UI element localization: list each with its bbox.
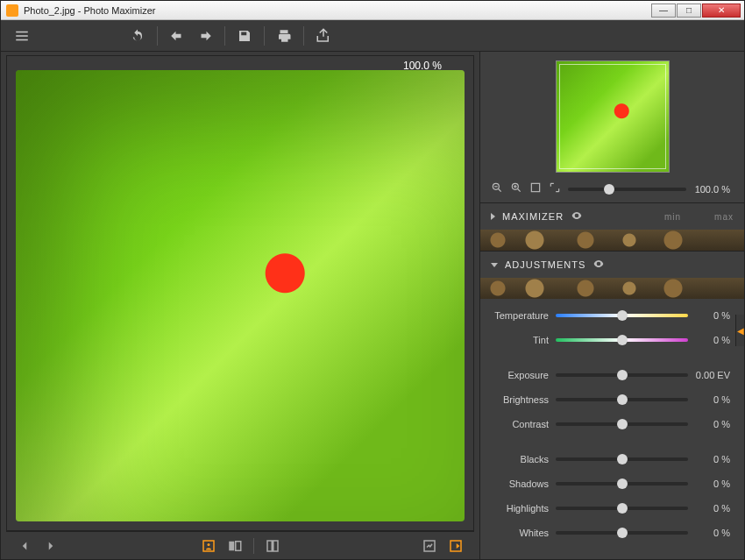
exposure-value: 0.00 EV (688, 370, 730, 380)
eye-icon[interactable] (571, 209, 583, 223)
svg-rect-7 (267, 541, 272, 551)
fit-screen-button[interactable] (418, 536, 441, 556)
share-button[interactable] (311, 24, 336, 48)
blacks-slider[interactable] (556, 457, 688, 461)
highlights-slider[interactable] (556, 507, 688, 510)
separator (264, 26, 265, 46)
highlights-row: Highlights 0 % (486, 499, 730, 518)
section-maximizer-header[interactable]: MAXIMIZER min max (480, 203, 744, 230)
brightness-label: Brightness (486, 394, 556, 405)
temperature-row: Temperature 0 % (486, 306, 730, 325)
tint-row: Tint 0 % (486, 330, 730, 350)
shadows-value: 0 % (688, 478, 730, 489)
svg-rect-13 (531, 183, 539, 191)
section-title: MAXIMIZER (502, 211, 564, 222)
view-split-button[interactable] (261, 536, 284, 556)
close-button[interactable]: ✕ (702, 4, 741, 18)
svg-rect-2 (16, 39, 28, 40)
highlights-label: Highlights (486, 503, 556, 514)
temperature-slider[interactable] (556, 314, 688, 317)
photo-canvas (16, 70, 465, 521)
titlebar: Photo_2.jpg - Photo Maximizer — □ ✕ (1, 1, 744, 20)
svg-rect-5 (229, 541, 234, 550)
minimize-button[interactable]: — (651, 4, 676, 18)
contrast-slider[interactable] (556, 422, 688, 426)
svg-point-4 (207, 543, 209, 546)
canvas-area: 100.0 % (1, 52, 479, 559)
print-button[interactable] (272, 24, 296, 48)
eye-icon[interactable] (592, 258, 605, 272)
blacks-label: Blacks (486, 454, 556, 464)
whites-label: Whites (486, 528, 556, 538)
brightness-value: 0 % (688, 394, 730, 405)
separator (224, 26, 225, 46)
undo-history-button[interactable] (125, 24, 150, 48)
section-adjustments-header[interactable]: ADJUSTMENTS (480, 252, 744, 278)
next-image-button[interactable] (39, 536, 62, 556)
app-icon (6, 4, 18, 17)
preview-panel: 100.0 % (480, 52, 744, 202)
actual-pixels-button[interactable] (444, 536, 467, 556)
separator (157, 26, 158, 46)
separator (303, 26, 304, 46)
preview-zoom-slider[interactable] (568, 188, 686, 191)
adjustments-body: Temperature 0 % Tint 0 % Exposure 0.00 E… (480, 299, 744, 559)
brightness-row: Brightness 0 % (486, 390, 730, 409)
view-compare-button[interactable] (224, 536, 246, 556)
whites-slider[interactable] (556, 531, 688, 535)
zoom-in-icon[interactable] (510, 181, 522, 197)
expand-panel-button[interactable]: ◀ (735, 315, 744, 346)
separator (253, 538, 254, 554)
chevron-down-icon (491, 263, 498, 267)
section-maximizer: MAXIMIZER min max (480, 202, 744, 251)
window-title: Photo_2.jpg - Photo Maximizer (24, 5, 155, 16)
svg-rect-1 (16, 35, 28, 37)
blacks-value: 0 % (688, 454, 730, 464)
exposure-label: Exposure (486, 370, 556, 380)
svg-rect-0 (16, 31, 28, 32)
shadows-row: Shadows 0 % (486, 474, 730, 493)
main-area: 100.0 % (1, 52, 744, 559)
redo-button[interactable] (193, 24, 217, 48)
exposure-row: Exposure 0.00 EV (486, 365, 730, 385)
contrast-row: Contrast 0 % (486, 415, 730, 434)
fit-icon[interactable] (529, 181, 542, 197)
tint-value: 0 % (688, 335, 730, 345)
tint-slider[interactable] (556, 338, 688, 342)
toolbar (1, 20, 744, 52)
svg-rect-6 (235, 541, 240, 550)
save-button[interactable] (232, 24, 257, 48)
whites-row: Whites 0 % (486, 523, 730, 542)
prev-image-button[interactable] (13, 536, 36, 556)
view-single-button[interactable] (197, 536, 220, 556)
temperature-value: 0 % (688, 310, 730, 321)
canvas-viewport[interactable]: 100.0 % (6, 55, 474, 531)
saturation-row: Saturation 0 % (486, 558, 730, 559)
menu-button[interactable] (10, 24, 34, 48)
exposure-slider[interactable] (556, 373, 688, 377)
contrast-label: Contrast (486, 419, 556, 429)
undo-button[interactable] (165, 24, 189, 48)
adjustments-banner (480, 278, 744, 299)
whites-value: 0 % (688, 528, 730, 538)
preview-zoom-row: 100.0 % (480, 181, 744, 197)
svg-rect-8 (273, 541, 277, 551)
shadows-label: Shadows (486, 478, 556, 489)
contrast-value: 0 % (688, 419, 730, 429)
brightness-slider[interactable] (556, 398, 688, 401)
zoom-out-icon[interactable] (491, 181, 503, 197)
shadows-slider[interactable] (556, 482, 688, 486)
tint-label: Tint (486, 335, 556, 345)
preview-thumbnail[interactable] (556, 60, 670, 173)
maximize-button[interactable]: □ (677, 4, 701, 18)
app-window: Photo_2.jpg - Photo Maximizer — □ ✕ (0, 0, 745, 560)
section-adjustments: ADJUSTMENTS Temperature 0 % Tint 0 % (480, 251, 744, 559)
bottom-toolbar (6, 531, 474, 559)
maximizer-banner (480, 230, 744, 251)
highlights-value: 0 % (688, 503, 730, 514)
section-title: ADJUSTMENTS (505, 259, 585, 270)
fill-icon[interactable] (549, 181, 561, 197)
right-panel: 100.0 % MAXIMIZER min max (479, 52, 744, 559)
preview-zoom-value: 100.0 % (693, 184, 730, 195)
blacks-row: Blacks 0 % (486, 450, 730, 469)
